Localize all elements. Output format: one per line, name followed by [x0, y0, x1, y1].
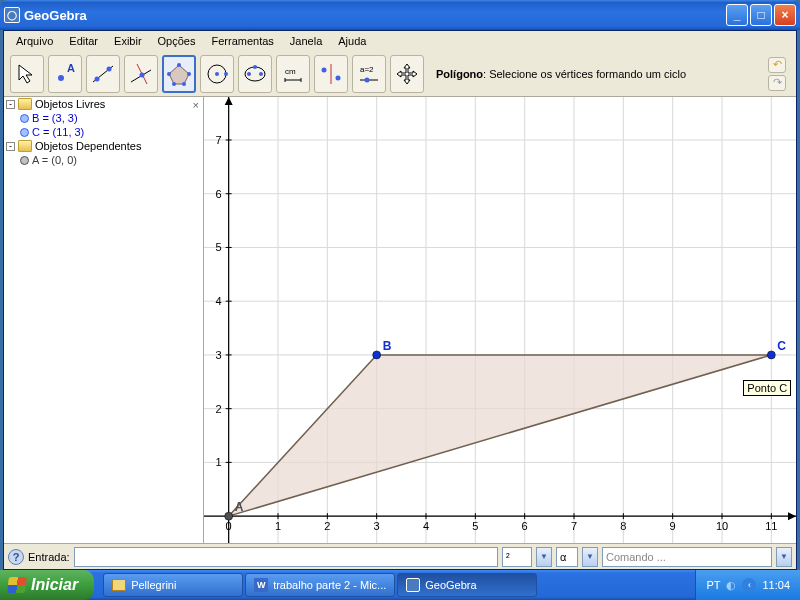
svg-point-9	[177, 63, 181, 67]
svg-point-11	[182, 82, 186, 86]
svg-point-3	[95, 76, 100, 81]
folder-icon	[18, 98, 32, 110]
tree-dependent-objects[interactable]: - Objetos Dependentes	[4, 139, 203, 153]
dropdown-icon[interactable]: ▼	[582, 547, 598, 567]
task-label: Pellegrini	[131, 579, 176, 591]
input-bar: ? Entrada: ▼ ▼ ▼	[4, 543, 796, 569]
collapse-icon[interactable]: -	[6, 142, 15, 151]
tool-slider[interactable]: a=2	[352, 55, 386, 93]
tray-chevron-icon[interactable]: ‹	[742, 578, 756, 592]
svg-point-18	[247, 72, 251, 76]
help-icon[interactable]: ?	[8, 549, 24, 565]
svg-text:7: 7	[571, 520, 577, 532]
dropdown-icon[interactable]: ▼	[536, 547, 552, 567]
svg-text:3: 3	[216, 349, 222, 361]
svg-text:A: A	[67, 62, 75, 74]
start-button[interactable]: Iniciar	[0, 570, 94, 600]
svg-text:1: 1	[275, 520, 281, 532]
input-label: Entrada:	[28, 551, 70, 563]
word-icon: W	[254, 578, 268, 592]
svg-point-13	[167, 72, 171, 76]
taskbar-item-pellegrini[interactable]: Pellegrini	[103, 573, 243, 597]
greek-select[interactable]	[556, 547, 578, 567]
app-frame: Arquivo Editar Exibir Opções Ferramentas…	[3, 30, 797, 570]
panel-close-icon[interactable]: ×	[193, 99, 199, 111]
clock[interactable]: 11:04	[762, 579, 790, 591]
maximize-button[interactable]: □	[750, 4, 772, 26]
dropdown-icon[interactable]: ▼	[776, 547, 792, 567]
menu-opcoes[interactable]: Opções	[150, 33, 204, 49]
point-icon	[20, 114, 29, 123]
tool-hint: Polígono: Selecione os vértices formando…	[428, 64, 764, 84]
tool-reflect[interactable]	[314, 55, 348, 93]
taskbar-item-word[interactable]: Wtrabalho parte 2 - Mic...	[245, 573, 395, 597]
svg-text:7: 7	[216, 134, 222, 146]
command-select[interactable]	[602, 547, 772, 567]
svg-marker-51	[229, 355, 772, 516]
tool-line[interactable]	[86, 55, 120, 93]
task-label: GeoGebra	[425, 579, 476, 591]
tool-polygon[interactable]	[162, 55, 196, 93]
svg-point-15	[215, 72, 219, 76]
menu-exibir[interactable]: Exibir	[106, 33, 150, 49]
chart-canvas[interactable]: 012345678910111234567ABC	[204, 97, 796, 543]
svg-text:5: 5	[216, 241, 222, 253]
svg-text:10: 10	[716, 520, 728, 532]
object-B-label: B = (3, 3)	[32, 112, 78, 124]
window-title: GeoGebra	[24, 8, 726, 23]
menu-ajuda[interactable]: Ajuda	[330, 33, 374, 49]
folder-icon	[112, 579, 126, 591]
svg-text:2: 2	[216, 403, 222, 415]
menu-janela[interactable]: Janela	[282, 33, 330, 49]
tool-perpendicular[interactable]	[124, 55, 158, 93]
algebra-panel: × - Objetos Livres B = (3, 3) C = (11, 3…	[4, 97, 204, 543]
svg-text:4: 4	[423, 520, 429, 532]
svg-text:5: 5	[472, 520, 478, 532]
task-label: trabalho parte 2 - Mic...	[273, 579, 386, 591]
system-tray[interactable]: PT ◐ ‹ 11:04	[695, 570, 800, 600]
svg-point-27	[336, 75, 341, 80]
tree-item-B[interactable]: B = (3, 3)	[4, 111, 203, 125]
command-input[interactable]	[74, 547, 498, 567]
language-indicator[interactable]: PT	[706, 579, 720, 591]
object-C-label: C = (11, 3)	[32, 126, 84, 138]
undo-icon[interactable]: ↶	[768, 57, 786, 73]
tree-item-C[interactable]: C = (11, 3)	[4, 125, 203, 139]
svg-point-20	[253, 65, 257, 69]
minimize-button[interactable]: _	[726, 4, 748, 26]
graphics-view[interactable]: 012345678910111234567ABC Ponto C	[204, 97, 796, 543]
menu-arquivo[interactable]: Arquivo	[8, 33, 61, 49]
svg-point-12	[172, 82, 176, 86]
tool-hint-desc: : Selecione os vértices formando um cicl…	[483, 68, 686, 80]
geogebra-icon	[406, 578, 420, 592]
menu-ferramentas[interactable]: Ferramentas	[203, 33, 281, 49]
collapse-icon[interactable]: -	[6, 100, 15, 109]
close-button[interactable]: ×	[774, 4, 796, 26]
point-tooltip: Ponto C	[743, 380, 791, 396]
tool-conic[interactable]	[238, 55, 272, 93]
svg-text:4: 4	[216, 295, 222, 307]
menu-editar[interactable]: Editar	[61, 33, 106, 49]
dependent-objects-label: Objetos Dependentes	[35, 140, 141, 152]
tool-angle[interactable]: cm	[276, 55, 310, 93]
point-icon	[20, 156, 29, 165]
svg-text:9: 9	[670, 520, 676, 532]
tree-free-objects[interactable]: - Objetos Livres	[4, 97, 203, 111]
taskbar-item-geogebra[interactable]: GeoGebra	[397, 573, 537, 597]
tree-item-A[interactable]: A = (0, 0)	[4, 153, 203, 167]
tool-circle[interactable]	[200, 55, 234, 93]
tool-move-view[interactable]	[390, 55, 424, 93]
symbol-select[interactable]	[502, 547, 532, 567]
tray-icon[interactable]: ◐	[726, 579, 736, 592]
start-label: Iniciar	[31, 576, 78, 594]
folder-icon	[18, 140, 32, 152]
svg-text:3: 3	[374, 520, 380, 532]
main-area: × - Objetos Livres B = (3, 3) C = (11, 3…	[4, 97, 796, 543]
svg-point-30	[365, 77, 370, 82]
svg-point-26	[322, 67, 327, 72]
svg-point-16	[224, 72, 228, 76]
tool-point[interactable]: A	[48, 55, 82, 93]
svg-point-96	[767, 351, 775, 359]
redo-icon[interactable]: ↷	[768, 75, 786, 91]
tool-move[interactable]	[10, 55, 44, 93]
